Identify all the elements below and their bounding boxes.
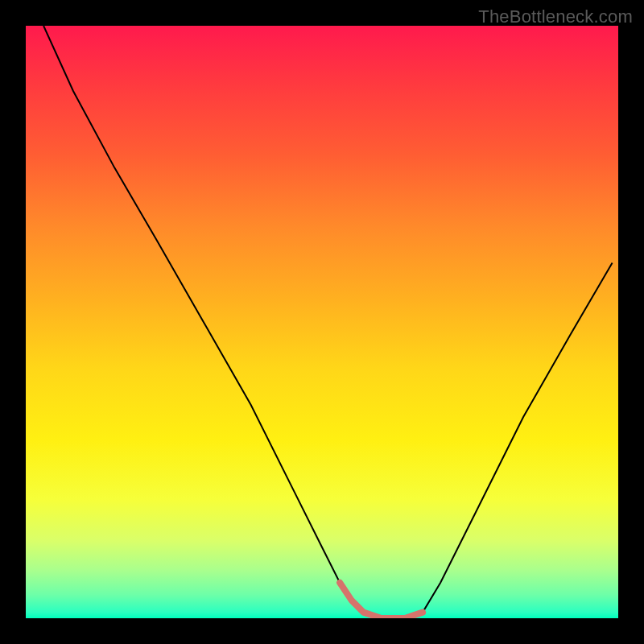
chart-svg xyxy=(26,26,618,618)
chart-plot-area xyxy=(26,26,618,618)
bottleneck-bottom-highlight xyxy=(340,583,423,618)
chart-frame: TheBottleneck.com xyxy=(0,0,644,644)
watermark-text: TheBottleneck.com xyxy=(478,6,633,27)
bottleneck-curve-line xyxy=(43,26,613,618)
